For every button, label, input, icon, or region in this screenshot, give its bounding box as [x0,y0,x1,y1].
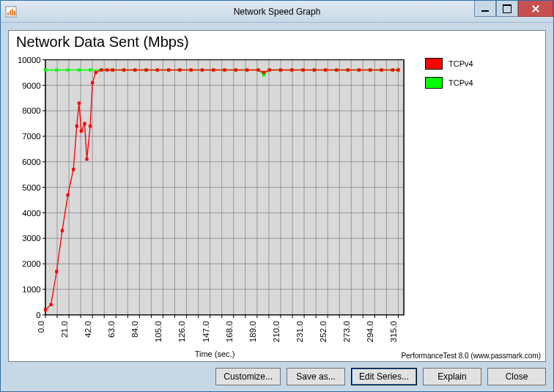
svg-rect-167 [106,68,108,71]
svg-rect-183 [268,68,271,71]
svg-rect-157 [72,168,75,171]
svg-text:273.0: 273.0 [342,321,351,342]
svg-text:0: 0 [36,311,40,319]
svg-rect-164 [91,81,94,84]
svg-rect-192 [369,68,372,71]
svg-rect-191 [358,68,361,71]
legend-item-1: TCPv4 [425,77,541,89]
app-icon [5,6,17,18]
svg-rect-118 [44,68,47,71]
svg-rect-177 [212,68,215,71]
customize-button[interactable]: Customize... [215,368,281,385]
window-controls [474,1,553,17]
svg-rect-156 [66,193,69,196]
svg-text:231.0: 231.0 [295,321,304,342]
svg-text:21.0: 21.0 [60,321,69,338]
svg-rect-162 [85,158,88,160]
button-row: Customize... Save as... Edit Series... E… [8,362,546,385]
svg-text:8000: 8000 [22,106,40,115]
svg-rect-172 [156,68,159,71]
svg-rect-166 [100,68,103,71]
svg-rect-4 [14,11,15,15]
svg-rect-171 [144,68,147,71]
svg-rect-175 [190,68,193,71]
svg-rect-184 [279,68,282,71]
client-area: Network Data Sent (Mbps) 010002000300040… [1,23,553,391]
svg-rect-3 [12,9,13,15]
legend-swatch-green [425,77,443,89]
titlebar[interactable]: Network Speed Graph [1,1,553,23]
svg-rect-163 [89,125,92,127]
svg-rect-181 [256,68,259,71]
svg-rect-193 [380,68,383,71]
svg-rect-176 [201,68,204,71]
legend-item-0: TCPv4 [425,58,541,70]
legend: TCPv4 TCPv4 [421,52,545,361]
svg-rect-121 [78,68,81,71]
svg-rect-155 [61,229,64,232]
svg-rect-182 [262,71,265,74]
svg-rect-153 [50,303,53,306]
save-as-button[interactable]: Save as... [287,368,345,385]
svg-text:189.0: 189.0 [248,321,257,342]
svg-rect-180 [245,68,248,71]
svg-rect-186 [301,68,304,71]
x-axis-title: Time (sec.) [9,350,421,358]
chart-svg: 0100020003000400050006000700080009000100… [9,52,421,361]
svg-text:210.0: 210.0 [272,321,281,342]
svg-text:126.0: 126.0 [178,321,187,342]
svg-text:5000: 5000 [22,183,40,192]
svg-rect-178 [223,68,226,71]
maximize-button[interactable] [496,1,518,17]
svg-rect-159 [78,102,81,105]
svg-rect-190 [347,68,350,71]
svg-rect-122 [89,68,92,71]
svg-text:252.0: 252.0 [319,321,328,342]
window-title: Network Speed Graph [1,7,553,17]
svg-rect-194 [391,68,394,71]
chart-area: 0100020003000400050006000700080009000100… [9,52,421,361]
svg-text:7000: 7000 [22,132,40,141]
svg-rect-161 [83,122,86,125]
svg-rect-170 [133,68,136,71]
app-window: Network Speed Graph Network Data Sent (M… [0,0,554,392]
svg-text:168.0: 168.0 [225,321,234,342]
svg-rect-179 [234,68,237,71]
svg-text:147.0: 147.0 [202,321,210,342]
close-button[interactable]: Close [487,368,546,385]
svg-rect-1 [7,12,9,15]
chart-row: 0100020003000400050006000700080009000100… [9,52,545,361]
svg-text:6000: 6000 [22,158,40,166]
svg-rect-152 [44,308,47,311]
svg-text:2000: 2000 [22,259,40,268]
svg-rect-158 [75,125,78,127]
svg-text:9000: 9000 [22,81,40,90]
svg-rect-195 [396,68,399,71]
svg-text:42.0: 42.0 [84,321,92,338]
svg-rect-188 [324,68,327,71]
svg-rect-119 [55,68,58,71]
svg-rect-120 [66,68,69,71]
footer-note: PerformanceTest 8.0 (www.passmark.com) [401,352,541,360]
legend-label-1: TCPv4 [448,78,473,87]
svg-text:315.0: 315.0 [389,321,398,342]
explain-button[interactable]: Explain [423,368,481,385]
svg-rect-154 [55,270,58,273]
svg-rect-173 [167,68,170,71]
svg-rect-185 [290,68,293,71]
svg-text:63.0: 63.0 [107,321,116,338]
edit-series-button[interactable]: Edit Series... [351,368,417,385]
close-window-button[interactable] [518,1,553,17]
svg-rect-189 [335,68,338,71]
chart-panel: Network Data Sent (Mbps) 010002000300040… [8,30,546,362]
svg-rect-165 [95,71,97,74]
svg-text:3000: 3000 [22,234,40,243]
minimize-button[interactable] [474,1,496,17]
svg-rect-160 [80,130,83,133]
svg-text:294.0: 294.0 [366,321,374,342]
legend-swatch-red [425,58,443,70]
svg-text:0.0: 0.0 [37,321,45,333]
svg-rect-168 [111,68,114,71]
svg-text:10000: 10000 [18,56,41,64]
svg-text:1000: 1000 [22,285,40,294]
